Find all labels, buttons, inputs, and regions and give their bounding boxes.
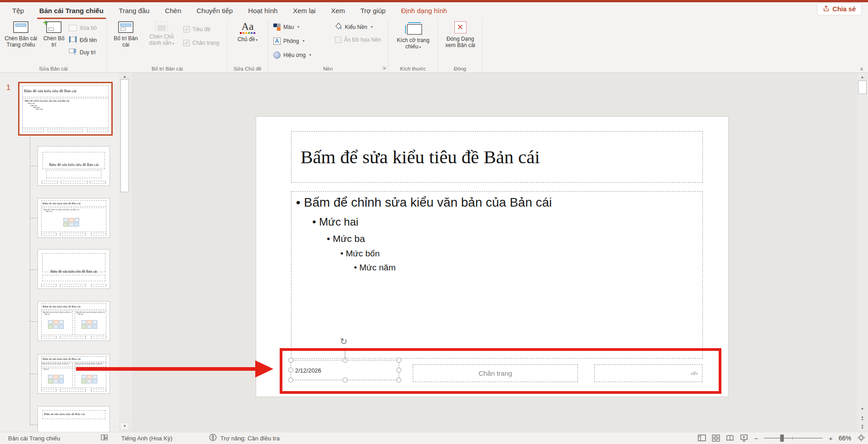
tab-animations[interactable]: Hoạt hình <box>240 2 285 19</box>
ribbon: Chèn Bản cái Trang chiếu + Chèn Bố trí X… <box>0 19 868 73</box>
insert-layout-icon: + <box>46 21 62 33</box>
master-layout-icon <box>118 21 134 33</box>
zoom-slider-tick <box>792 436 793 440</box>
menu-bar: Tệp Bản cái Trang chiếu Trang đầu Chèn C… <box>0 2 868 19</box>
slideshow-view-button[interactable] <box>740 435 748 442</box>
scroll-down-icon[interactable]: ▼ <box>120 422 129 430</box>
effects-button[interactable]: Hiệu ứng ▾ <box>273 49 311 61</box>
collapse-ribbon-icon[interactable]: ∧ <box>860 66 863 72</box>
tab-insert[interactable]: Chèn <box>157 2 189 19</box>
fonts-button[interactable]: A Phông ▾ <box>273 35 311 47</box>
group-label-master-layout: Bố trí Bản cái <box>107 66 227 71</box>
slide-sorter-view-button[interactable] <box>712 435 720 442</box>
tab-view[interactable]: Xem <box>323 2 353 19</box>
title-placeholder-text: Bấm để sửa kiểu tiêu đề Bản cái <box>300 146 540 168</box>
tab-shape-format[interactable]: Định dạng hình <box>393 2 455 19</box>
layout-connector-line <box>30 136 30 425</box>
close-master-view-button[interactable]: × Đóng Dạng xem Bản cái <box>442 21 478 49</box>
scroll-down-icon[interactable]: ▼ <box>857 407 868 411</box>
slide-thumbnail-layout-content[interactable]: Bấm để sửa kiểu tiêu đề Bản cái • Bấm để… <box>38 198 110 238</box>
colors-icon <box>273 24 281 31</box>
rotate-handle-icon[interactable]: ↻ <box>340 336 348 347</box>
fit-to-window-icon[interactable] <box>857 434 865 443</box>
footers-checkbox[interactable]: ✓ Chân trang <box>183 40 219 46</box>
reading-view-button[interactable] <box>726 435 734 442</box>
slide-thumbnail-layout-title[interactable]: Bấm để sửa kiểu tiêu đề Bản cái <box>38 146 110 186</box>
themes-button[interactable]: Aa Chủ đề▾ <box>234 21 261 43</box>
insert-placeholder-icon <box>155 21 168 31</box>
hide-background-graphics-checkbox[interactable]: Ẩn Đồ họa Nền <box>335 37 381 43</box>
view-name-label: Bản cái Trang chiếu <box>8 435 60 442</box>
tab-transitions[interactable]: Chuyển tiếp <box>189 2 240 19</box>
vertical-scrollbar-thumb[interactable] <box>858 80 867 94</box>
group-label-edit-master: Sửa Bản cái <box>0 66 107 71</box>
accessibility-icon[interactable] <box>209 434 217 443</box>
status-bar: Bản cái Trang chiếu Tiếng Anh (Hoa Kỳ) T… <box>0 432 868 444</box>
group-label-background: Nền <box>268 66 388 71</box>
zoom-in-button[interactable]: + <box>829 435 833 442</box>
zoom-out-button[interactable]: − <box>754 435 758 442</box>
annotation-highlight-rectangle <box>280 348 721 394</box>
delete-icon <box>69 25 77 31</box>
insert-placeholder-button[interactable]: Chèn Chỗ dành sẵn▾ <box>143 21 180 47</box>
share-label: Chia sẻ <box>832 5 856 13</box>
body-level-4: • Mức bốn <box>340 249 702 259</box>
group-label-edit-theme: Sửa Chủ đề <box>228 66 267 71</box>
language-status[interactable]: Tiếng Anh (Hoa Kỳ) <box>121 435 172 442</box>
title-placeholder[interactable]: Bấm để sửa kiểu tiêu đề Bản cái <box>291 131 703 183</box>
title-checkbox-box: ✓ <box>183 26 190 33</box>
tab-help[interactable]: Trợ giúp <box>353 2 393 19</box>
dropdown-caret-icon: ▾ <box>419 45 421 49</box>
group-master-layout: Bố trí Bản cái Chèn Chỗ dành sẵn▾ ✓ Tiêu… <box>107 19 228 72</box>
group-edit-master: Chèn Bản cái Trang chiếu + Chèn Bố trí X… <box>0 19 107 72</box>
group-close: × Đóng Dạng xem Bản cái Đóng <box>438 19 482 72</box>
scroll-up-icon[interactable]: ▲ <box>857 75 868 79</box>
body-placeholder[interactable]: • Bấm để chỉnh sửa kiểu văn bản của Bản … <box>291 191 703 359</box>
vertical-scrollbar[interactable]: ▲ ▼ ▲▲ ▼▼ <box>857 73 868 432</box>
zoom-level-label[interactable]: 66% <box>839 435 851 442</box>
insert-layout-button[interactable]: + Chèn Bố trí <box>41 21 67 48</box>
share-button[interactable]: Chia sẻ <box>817 3 862 15</box>
background-styles-button[interactable]: Kiểu Nền ▾ <box>335 21 381 33</box>
previous-slide-icon[interactable]: ▲▲ <box>857 416 868 420</box>
dropdown-caret-icon: ▾ <box>303 39 305 43</box>
hide-background-graphics-box <box>335 37 341 43</box>
slide-thumbnail-layout-section[interactable]: Bấm để sửa kiểu tiêu đề Bản cái <box>38 249 110 289</box>
slide-thumbnail-layout-two-content[interactable]: Bấm để sửa kiểu tiêu đề Bản cái • Bấm để… <box>38 301 110 341</box>
zoom-slider[interactable] <box>764 438 823 439</box>
title-checkbox[interactable]: ✓ Tiêu đề <box>183 26 219 33</box>
dropdown-caret-icon: ▾ <box>371 25 372 29</box>
dropdown-caret-icon: ▾ <box>172 42 174 46</box>
group-label-size: Kích thước <box>388 66 438 71</box>
slide-thumbnail-layout-comparison[interactable]: Bấm để sửa kiểu tiêu đề Bản cái • Bấm để… <box>38 354 110 394</box>
share-icon <box>823 5 830 13</box>
thumbnail-scrollbar[interactable]: ▲ ▼ <box>119 73 130 432</box>
body-level-3: • Mức ba <box>327 233 702 244</box>
fonts-icon: A <box>273 38 281 45</box>
insert-slide-master-button[interactable]: Chèn Bản cái Trang chiếu <box>3 21 39 48</box>
spellcheck-icon[interactable] <box>100 434 108 443</box>
next-slide-icon[interactable]: ▼▼ <box>857 425 868 429</box>
thumbnail-scrollbar-thumb[interactable] <box>120 79 129 192</box>
colors-button[interactable]: Màu ▾ <box>273 21 311 33</box>
tab-slide-master[interactable]: Bản cái Trang chiếu <box>32 2 111 19</box>
rename-icon <box>69 36 77 44</box>
master-layout-button[interactable]: Bố trí Bản cái <box>112 21 140 48</box>
group-background: Màu ▾ A Phông ▾ Hiệu ứng ▾ Kiểu Nền ▾ <box>268 19 388 72</box>
accessibility-status[interactable]: Trợ năng: Cần điều tra <box>220 435 280 442</box>
annotation-arrow <box>76 367 256 371</box>
rename-button[interactable]: Đổi tên <box>69 34 97 46</box>
tab-review[interactable]: Xem lại <box>285 2 323 19</box>
zoom-slider-thumb[interactable] <box>780 435 784 442</box>
delete-button[interactable]: Xóa bỏ <box>69 22 97 34</box>
scroll-up-icon[interactable]: ▲ <box>119 75 130 79</box>
slide-size-button[interactable]: Kích cỡ trang chiếu▾ <box>392 21 434 50</box>
slide-thumbnail-master[interactable]: Bấm để sửa kiểu tiêu đề Bản cái • Bấm để… <box>18 82 113 136</box>
group-size: Kích cỡ trang chiếu▾ Kích thước <box>388 19 438 72</box>
group-label-close: Đóng <box>438 66 482 71</box>
tab-home[interactable]: Trang đầu <box>111 2 157 19</box>
close-master-view-icon: × <box>454 21 467 33</box>
normal-view-button[interactable] <box>698 435 706 442</box>
tab-file[interactable]: Tệp <box>5 2 32 19</box>
preserve-button[interactable]: Duy trì <box>69 46 97 58</box>
